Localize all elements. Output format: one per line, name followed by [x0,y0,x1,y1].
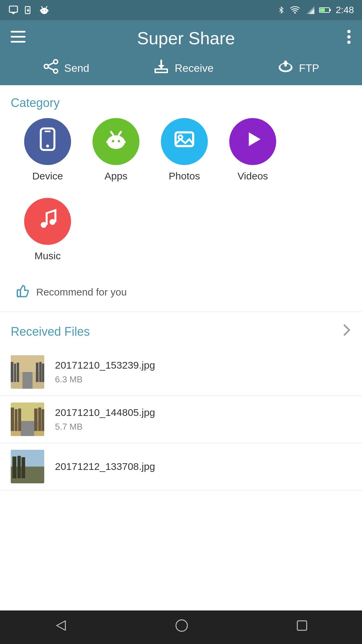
category-item-device[interactable]: Device [24,118,71,182]
tab-bar: Send Receive FTP [11,59,351,85]
svg-point-23 [347,41,351,44]
file-size-1: 6.3 MB [55,374,155,385]
svg-point-36 [107,135,125,149]
svg-rect-63 [18,409,21,431]
category-label-photos: Photos [169,170,200,182]
svg-line-27 [48,63,54,65]
send-icon [43,59,59,77]
tab-send-label: Send [64,62,89,74]
back-button[interactable] [53,618,68,636]
device-icon [36,127,59,156]
svg-rect-61 [11,408,14,431]
svg-rect-60 [21,421,34,436]
music-icon [36,207,59,236]
tab-ftp-label: FTP [299,62,319,74]
svg-marker-45 [249,132,260,146]
battery-icon [319,7,331,13]
svg-rect-32 [285,61,287,66]
svg-line-28 [48,67,54,70]
more-options-button[interactable] [347,30,351,47]
svg-point-24 [44,64,48,68]
file-thumbnail-2 [11,402,44,436]
file-name-1: 20171210_153239.jpg [55,360,155,371]
svg-point-35 [46,145,49,148]
svg-point-25 [54,60,58,64]
svg-rect-29 [155,69,167,72]
thumbs-up-icon [16,283,31,301]
category-circle-apps [93,118,139,165]
svg-point-5 [41,8,48,14]
category-label-apps: Apps [105,170,127,182]
tab-ftp[interactable]: FTP [278,59,319,77]
recommend-bar[interactable]: Recommend for you [0,278,362,312]
category-grid-row2: Music [0,198,362,278]
svg-rect-55 [36,363,39,382]
svg-line-42 [119,132,121,135]
svg-rect-54 [17,363,19,382]
signal-icon [305,5,314,15]
category-section: Category Device [0,85,362,278]
file-size-2: 5.7 MB [55,422,155,432]
svg-rect-1 [12,12,15,13]
file-info-1: 20171210_153239.jpg 6.3 MB [55,360,155,385]
svg-rect-17 [320,8,325,12]
svg-line-10 [42,6,43,8]
chevron-right-icon [341,323,351,340]
svg-rect-19 [11,36,25,38]
recents-button[interactable] [295,619,309,636]
category-grid: Device [0,118,362,198]
status-bar-right-icons: 2:48 [278,5,354,15]
home-button[interactable] [174,618,189,636]
tab-send[interactable]: Send [43,59,89,77]
file-name-2: 20171210_144805.jpg [55,407,155,418]
svg-rect-51 [22,372,33,389]
file-item-2[interactable]: 20171210_144805.jpg 5.7 MB [0,396,362,443]
category-title: Category [0,85,362,118]
status-time: 2:48 [336,5,354,15]
category-item-videos[interactable]: Videos [229,118,276,182]
received-files-section[interactable]: Received Files [0,312,362,348]
app-bar: Super Share Send [0,20,362,85]
category-circle-photos [161,118,208,165]
category-label-music: Music [35,250,61,262]
svg-rect-52 [11,362,13,382]
file-info-3: 20171212_133708.jpg [55,461,155,472]
svg-rect-70 [12,457,16,478]
category-item-apps[interactable]: Apps [93,118,139,182]
svg-rect-66 [42,409,44,431]
file-item-3[interactable]: 20171212_133708.jpg [0,443,362,490]
svg-rect-48 [17,290,20,297]
svg-rect-16 [329,9,331,11]
category-circle-videos [229,118,276,165]
hamburger-menu-button[interactable] [11,31,25,46]
videos-icon [241,127,264,156]
category-circle-music [24,198,71,245]
svg-rect-71 [17,456,21,478]
category-label-device: Device [32,170,63,182]
svg-line-41 [111,132,113,135]
tab-receive[interactable]: Receive [153,59,214,77]
svg-rect-64 [34,409,38,431]
bottom-nav [0,610,362,644]
svg-point-12 [294,12,296,14]
app-title: Super Share [137,28,235,48]
svg-rect-43 [176,132,193,146]
svg-rect-57 [42,364,44,382]
bluetooth-icon [278,5,285,15]
svg-rect-20 [11,41,25,43]
tab-receive-label: Receive [175,62,214,74]
svg-marker-73 [57,621,65,630]
svg-rect-75 [297,621,307,630]
received-files-title: Received Files [11,325,90,339]
apps-icon [104,127,128,156]
wifi-icon [290,5,300,15]
app-bar-top: Super Share [11,28,351,48]
svg-rect-65 [38,408,41,431]
svg-rect-0 [9,6,17,12]
file-name-3: 20171212_133708.jpg [55,461,155,472]
android-icon [39,5,50,15]
category-item-photos[interactable]: Photos [161,118,208,182]
receive-icon [153,59,169,77]
file-item-1[interactable]: 20171210_153239.jpg 6.3 MB [0,348,362,396]
category-item-music[interactable]: Music [24,198,71,262]
